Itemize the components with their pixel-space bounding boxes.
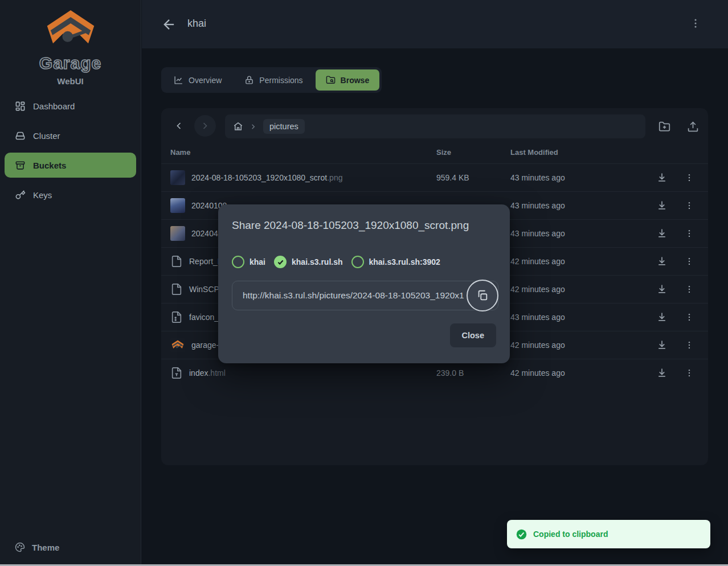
sidebar: Garage WebUI Dashboard Cluster Buckets K… <box>0 0 141 566</box>
download-icon <box>656 200 668 211</box>
image-thumbnail <box>170 198 185 213</box>
copy-icon <box>476 289 489 302</box>
sidebar-item-label: Keys <box>33 190 52 200</box>
lock-icon <box>244 75 254 85</box>
file-binary-icon <box>170 311 183 323</box>
image-thumbnail <box>170 226 185 241</box>
download-icon <box>656 256 668 267</box>
topbar: khai <box>142 0 728 48</box>
download-button[interactable] <box>652 224 672 243</box>
brand: Garage WebUI <box>0 0 141 86</box>
download-icon <box>656 172 668 183</box>
radio-option-khai[interactable]: khai <box>232 256 265 268</box>
garage-logo-icon <box>46 9 95 52</box>
sidebar-item-label: Cluster <box>33 131 60 141</box>
line-chart-icon <box>174 75 183 85</box>
kebab-menu-icon <box>684 284 694 294</box>
bucket-title: khai <box>187 18 206 30</box>
table-row[interactable]: 2024-08-18-105203_1920x1080_scrot.png 95… <box>161 163 708 191</box>
sidebar-item-dashboard[interactable]: Dashboard <box>5 93 136 118</box>
breadcrumb: pictures <box>225 114 645 138</box>
file-icon <box>170 255 183 268</box>
garage-webui-app: Garage WebUI Dashboard Cluster Buckets K… <box>0 0 728 566</box>
toast-message: Copied to clipboard <box>533 530 608 539</box>
kebab-menu-icon <box>684 228 694 239</box>
download-icon <box>656 311 668 323</box>
tab-label: Browse <box>341 76 370 85</box>
tab-overview[interactable]: Overview <box>163 69 232 91</box>
folder-search-icon <box>326 75 336 85</box>
arrow-left-icon <box>161 17 177 32</box>
sidebar-item-cluster[interactable]: Cluster <box>5 123 136 148</box>
download-icon <box>656 284 668 295</box>
download-button[interactable] <box>652 335 672 355</box>
bucket-tabs: Overview Permissions Browse <box>161 67 382 93</box>
theme-button[interactable]: Theme <box>5 536 69 558</box>
radio-option-khai-s3[interactable]: khai.s3.rul.sh <box>274 256 342 268</box>
brand-subtitle: WebUI <box>0 76 141 86</box>
back-button[interactable] <box>161 17 177 32</box>
file-icon <box>170 283 183 296</box>
download-icon <box>656 367 668 379</box>
tab-label: Permissions <box>259 76 302 85</box>
kebab-menu-icon <box>684 256 694 266</box>
share-url-input[interactable] <box>232 281 498 310</box>
kebab-menu-icon <box>684 312 694 322</box>
bucket-menu-button[interactable] <box>689 17 703 31</box>
sidebar-item-keys[interactable]: Keys <box>5 182 136 207</box>
create-folder-button[interactable] <box>653 116 675 137</box>
radio-option-khai-s3-3902[interactable]: khai.s3.rul.sh:3902 <box>351 256 440 268</box>
brand-title: Garage <box>0 54 141 73</box>
download-icon <box>656 228 668 239</box>
file-text-icon <box>170 367 183 379</box>
image-thumbnail <box>170 170 185 185</box>
download-button[interactable] <box>652 307 672 327</box>
radio-unchecked-icon <box>232 256 244 268</box>
chevron-right-icon <box>199 120 211 132</box>
tab-permissions[interactable]: Permissions <box>234 69 313 91</box>
download-button[interactable] <box>652 252 672 271</box>
download-button[interactable] <box>652 363 672 383</box>
kebab-menu-icon <box>684 200 694 211</box>
theme-label: Theme <box>32 543 59 552</box>
upload-button[interactable] <box>682 116 704 137</box>
table-header: Name Size Last Modified <box>161 148 708 157</box>
share-dialog-title: Share 2024-08-18-105203_1920x1080_scrot.… <box>232 219 469 232</box>
domain-options: khai khai.s3.rul.sh khai.s3.rul.sh:3902 <box>232 256 440 268</box>
buckets-icon <box>15 160 26 171</box>
row-menu-button[interactable] <box>680 280 699 299</box>
toast-notification: Copied to clipboard <box>507 520 710 548</box>
share-dialog: Share 2024-08-18-105203_1920x1080_scrot.… <box>218 204 510 363</box>
row-menu-button[interactable] <box>680 335 699 355</box>
sidebar-item-buckets[interactable]: Buckets <box>5 153 136 178</box>
history-back-button[interactable] <box>168 115 190 137</box>
close-button[interactable]: Close <box>450 323 497 347</box>
keys-icon <box>15 190 26 200</box>
sidebar-item-label: Dashboard <box>33 101 75 111</box>
check-circle-icon <box>516 529 527 540</box>
kebab-menu-icon <box>684 368 694 378</box>
kebab-menu-icon <box>684 340 694 350</box>
download-button[interactable] <box>652 196 672 215</box>
download-button[interactable] <box>652 168 672 187</box>
chevron-right-icon <box>249 122 257 131</box>
dashboard-icon <box>15 101 26 112</box>
cluster-icon <box>15 130 26 141</box>
history-forward-button[interactable] <box>194 115 216 137</box>
row-menu-button[interactable] <box>680 252 699 271</box>
radio-checked-icon <box>274 256 287 268</box>
row-menu-button[interactable] <box>680 196 699 215</box>
row-menu-button[interactable] <box>680 307 699 327</box>
download-button[interactable] <box>652 280 672 299</box>
row-menu-button[interactable] <box>680 224 699 243</box>
home-breadcrumb-button[interactable] <box>233 121 243 132</box>
column-last-modified: Last Modified <box>510 148 708 157</box>
row-menu-button[interactable] <box>680 168 699 187</box>
tab-browse[interactable]: Browse <box>316 69 380 91</box>
row-menu-button[interactable] <box>680 363 699 383</box>
upload-icon <box>687 121 699 133</box>
copy-url-button[interactable] <box>467 280 498 311</box>
palette-icon <box>15 542 25 552</box>
sidebar-nav: Dashboard Cluster Buckets Keys <box>5 93 136 212</box>
breadcrumb-folder-pictures[interactable]: pictures <box>263 119 305 134</box>
